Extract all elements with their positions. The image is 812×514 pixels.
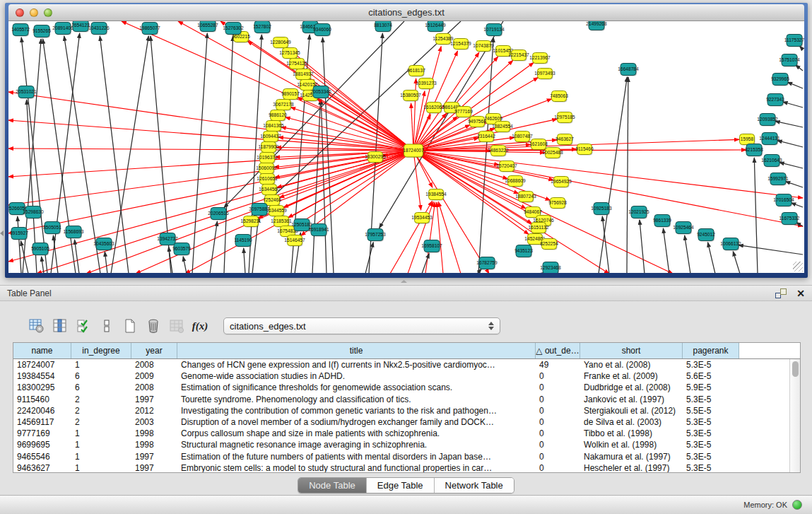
select-column-button[interactable] xyxy=(50,316,70,336)
table-row[interactable]: 911546021997Tourette syndrome. Phenomeno… xyxy=(13,394,789,405)
graph-edge[interactable] xyxy=(290,107,413,151)
graph-edge[interactable] xyxy=(100,36,129,273)
graph-node[interactable]: 1405572 xyxy=(11,24,30,37)
graph-node[interactable]: 16958107 xyxy=(421,240,442,253)
table-cell[interactable]: 6 xyxy=(71,382,131,392)
graph-node[interactable]: 11675332 xyxy=(779,213,800,226)
graph-edge[interactable] xyxy=(791,203,803,207)
table-row[interactable]: 946362711997Embryonic stem cells: a mode… xyxy=(13,462,789,472)
table-cell[interactable]: 1998 xyxy=(131,440,177,450)
table-cell[interactable]: 5.3E-5 xyxy=(683,440,739,450)
graph-edge[interactable] xyxy=(779,163,803,168)
graph-edge[interactable] xyxy=(8,151,413,233)
table-cell[interactable]: de Silva et al. (2003) xyxy=(580,417,683,427)
table-cell[interactable]: 1 xyxy=(71,452,131,462)
graph-edge[interactable] xyxy=(411,103,413,151)
table-scrollbar[interactable] xyxy=(789,359,800,472)
graph-node[interactable]: 10655287 xyxy=(197,21,218,33)
table-cell[interactable]: Franke et al. (2009) xyxy=(580,371,683,381)
float-window-button[interactable] xyxy=(775,288,787,298)
panel-collapse-icon[interactable] xyxy=(0,230,4,236)
table-cell[interactable]: 49 xyxy=(536,360,580,370)
graph-edge[interactable] xyxy=(640,220,645,273)
table-cell[interactable]: Changes of HCN gene expression and I(f) … xyxy=(177,360,536,370)
graph-edge[interactable] xyxy=(413,151,421,210)
table-cell[interactable]: 0 xyxy=(536,452,580,462)
graph-node[interactable]: 12444131 xyxy=(759,133,780,146)
row-height-button[interactable] xyxy=(97,316,117,336)
table-cell[interactable]: 5.3E-5 xyxy=(683,428,739,438)
table-cell[interactable]: Tibbo et al. (1998) xyxy=(580,428,683,438)
graph-node[interactable]: 15992971 xyxy=(767,173,789,186)
table-cell[interactable]: 19384554 xyxy=(13,371,71,381)
graph-node[interactable]: 12975185 xyxy=(554,112,575,124)
table-cell[interactable]: 1998 xyxy=(131,428,177,438)
graph-node[interactable]: 9346060 xyxy=(313,24,331,37)
graph-node[interactable]: 15126449 xyxy=(425,21,446,33)
graph-node[interactable]: 15060097 xyxy=(256,163,277,175)
table-settings-button[interactable] xyxy=(27,316,47,336)
graph-edge[interactable] xyxy=(111,36,148,273)
table-cell[interactable]: Estimation of the future numbers of pati… xyxy=(177,452,536,462)
graph-node[interactable]: 2316442 xyxy=(477,132,495,143)
table-cell[interactable]: 0 xyxy=(536,463,580,472)
graph-edge[interactable] xyxy=(183,257,187,273)
graph-edge[interactable] xyxy=(708,243,715,273)
graph-edge[interactable] xyxy=(314,89,413,151)
graph-node[interactable]: 8215358 xyxy=(745,144,763,157)
graph-node[interactable]: 16344560 xyxy=(259,185,280,196)
graph-edge[interactable] xyxy=(739,245,803,255)
scrollbar-thumb[interactable] xyxy=(792,361,799,377)
table-row[interactable]: 969969511998Structural magnetic resonanc… xyxy=(13,439,789,450)
table-cell[interactable]: 18724007 xyxy=(13,360,71,370)
column-header-in_degree[interactable]: in_degree xyxy=(71,343,131,358)
graph-node[interactable]: 16162063 xyxy=(423,103,445,114)
graph-node[interactable]: 18814937 xyxy=(293,69,314,81)
graph-node[interactable]: 9861339 xyxy=(653,215,671,228)
table-cell[interactable]: 9115460 xyxy=(13,395,71,404)
graph-node[interactable]: 20053346 xyxy=(310,86,331,99)
graph-node[interactable]: 17957253 xyxy=(365,229,386,242)
table-row[interactable]: 2242004622012Investigating the contribut… xyxy=(13,405,789,416)
table-cell[interactable]: 0 xyxy=(536,406,580,416)
network-window-titlebar[interactable]: citations_edges.txt xyxy=(8,4,804,21)
graph-edge[interactable] xyxy=(321,100,326,273)
new-table-button[interactable] xyxy=(120,316,140,336)
graph-node[interactable]: 12093852 xyxy=(757,114,778,127)
close-panel-button[interactable]: ✕ xyxy=(796,288,805,298)
graph-node[interactable]: 19865077 xyxy=(139,23,160,35)
graph-node[interactable]: 9435123 xyxy=(514,245,533,258)
graph-node[interactable]: 10431226 xyxy=(88,23,110,35)
graph-node[interactable]: 10925464 xyxy=(673,222,694,235)
table-cell[interactable]: Jankovic et al. (1997) xyxy=(580,395,683,404)
graph-node[interactable]: 30672178 xyxy=(273,100,294,111)
graph-node[interactable]: 13824554 xyxy=(492,122,513,133)
graph-edge[interactable] xyxy=(783,102,803,107)
column-header-year[interactable]: year xyxy=(131,343,177,358)
horizontal-splitter[interactable] xyxy=(0,278,812,285)
table-row[interactable]: 946554611997Estimation of the future num… xyxy=(13,451,789,462)
graph-node[interactable]: 7485063 xyxy=(550,91,568,103)
graph-node[interactable]: 12021925 xyxy=(628,206,649,219)
graph-node[interactable]: 10807487 xyxy=(512,132,533,143)
graph-edge[interactable] xyxy=(210,221,217,273)
delete-button[interactable] xyxy=(143,316,163,336)
graph-edge[interactable] xyxy=(627,77,628,273)
graph-node[interactable]: 15751074 xyxy=(779,54,800,67)
table-cell[interactable]: 0 xyxy=(536,371,580,381)
graph-node[interactable]: 30975887 xyxy=(249,204,270,216)
graph-edge[interactable] xyxy=(178,21,413,151)
table-cell[interactable]: 1 xyxy=(71,440,131,450)
column-header-name[interactable]: name xyxy=(13,343,71,358)
table-cell[interactable]: 14569117 xyxy=(13,417,71,427)
graph-node[interactable]: 9777169 xyxy=(454,107,473,118)
table-cell[interactable]: 5.6E-5 xyxy=(683,371,739,381)
graph-node[interactable]: 9756928 xyxy=(548,198,567,209)
table-cell[interactable]: 0 xyxy=(536,440,580,450)
table-row[interactable]: 1938455462009Genome-wide association stu… xyxy=(13,370,789,382)
graph-node[interactable]: 20891406 xyxy=(52,23,73,35)
table-cell[interactable]: Tourette syndrome. Phenomenology and cla… xyxy=(177,395,536,404)
graph-node[interactable]: 10025488 xyxy=(542,148,563,159)
table-cell[interactable]: Nakamura et al. (1997) xyxy=(580,452,683,462)
graph-node[interactable]: 15298630 xyxy=(23,206,44,219)
